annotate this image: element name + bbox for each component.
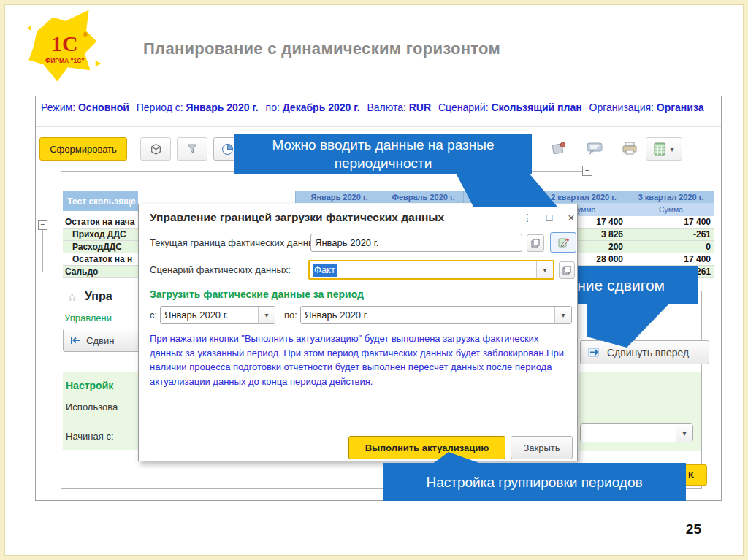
generate-button[interactable]: Сформировать <box>39 137 127 161</box>
background-form-section: Управлени <box>64 312 112 323</box>
param-scenario[interactable]: Сценарий: Скользящий план <box>438 101 582 113</box>
svg-text:®: ® <box>83 31 88 38</box>
comment-icon[interactable] <box>584 140 605 156</box>
maximize-icon[interactable]: □ <box>542 212 557 223</box>
star-icon[interactable]: ☆ <box>67 291 77 304</box>
table-cell[interactable]: 17 400 <box>627 216 714 229</box>
background-form-title: Упра <box>85 290 112 303</box>
param-currency[interactable]: Валюта: RUR <box>367 101 431 113</box>
table-cell[interactable]: -261 <box>627 229 714 241</box>
dialog-note: При нажатии кнопки "Выполнить актуализац… <box>150 331 572 388</box>
scenario-label: Сценарий фактических данных: <box>150 264 291 275</box>
callout-grouping: Настройка группировки периодов <box>383 463 686 501</box>
param-mode[interactable]: Режим: Основной <box>41 101 129 113</box>
shift-back-button[interactable]: Сдвин <box>63 329 145 352</box>
callout-grouping-nub <box>428 450 486 465</box>
column-header-q3: 3 квартал 2020 г. <box>627 191 714 203</box>
to-period-select[interactable]: Январь 2020 г. ▾ <box>300 306 572 324</box>
edit-button[interactable] <box>550 232 576 253</box>
current-border-label: Текущая граница фактических данных: <box>150 237 322 248</box>
param-organization[interactable]: Организация: Организа <box>589 101 704 113</box>
chevron-down-icon[interactable]: ▾ <box>554 307 571 323</box>
dialog-close-button[interactable]: Закрыть <box>511 436 573 459</box>
load-period-heading: Загрузить фактические данные за период <box>150 288 364 300</box>
open-link-icon[interactable] <box>527 234 544 252</box>
cube-icon[interactable] <box>140 137 171 161</box>
callout-periodicity-arrow <box>450 172 563 209</box>
report-params-bar[interactable]: Режим: Основной Период с: Январь 2020 г.… <box>41 101 717 118</box>
chevron-down-icon[interactable]: ▾ <box>258 307 275 323</box>
svg-text:ФИРМА "1С": ФИРМА "1С" <box>45 57 84 64</box>
slide: 1С ® ФИРМА "1С" Планирование с динамичес… <box>0 0 748 560</box>
close-icon[interactable]: × <box>564 212 579 225</box>
filter-icon[interactable] <box>177 137 207 161</box>
stamp-icon[interactable] <box>549 140 568 156</box>
open-link-icon[interactable] <box>559 261 575 279</box>
calculator-icon <box>654 142 665 156</box>
table-group-header: Тест скользяще <box>63 191 138 211</box>
chevron-down-icon[interactable]: ▾ <box>536 261 553 278</box>
starting-from-label: Начиная с: <box>66 431 114 442</box>
column-collapse-box[interactable]: − <box>582 166 592 176</box>
row-group-vline <box>42 230 43 272</box>
table-row-label[interactable]: Сальдо <box>63 266 138 278</box>
callout-shift-arrow <box>581 302 673 350</box>
table-row-label[interactable]: Осататок на н <box>63 253 138 266</box>
left-divider <box>61 165 61 488</box>
header-separator <box>36 126 721 127</box>
row-group-hline <box>42 272 61 272</box>
to-label: по: <box>284 310 297 321</box>
calculator-button[interactable]: ▾ <box>646 137 682 161</box>
1c-logo: 1С ® ФИРМА "1С" <box>23 9 101 85</box>
column-header-jan: Январь 2020 г. <box>295 191 383 203</box>
edit-pencil-icon <box>557 237 569 248</box>
table-row-label[interactable]: Приход ДДС <box>63 229 138 241</box>
arrow-left-icon <box>69 335 81 345</box>
chevron-down-icon: ▾ <box>670 145 673 153</box>
current-border-input[interactable]: Январь 2020 г. <box>310 234 522 252</box>
table-row-label[interactable]: РасходДДС <box>63 241 138 253</box>
page-title: Планирование с динамическим горизонтом <box>143 39 500 58</box>
scenario-combo[interactable]: Факт ▾ <box>308 260 554 280</box>
param-period-from[interactable]: Период с: Январь 2020 г. <box>137 101 259 113</box>
callout-periodicity-text: Можно вводить данные на разные периодичн… <box>234 134 532 174</box>
from-period-select[interactable]: Январь 2020 г. ▾ <box>160 306 275 324</box>
dialog-title: Управление границей загрузки фактических… <box>150 211 444 224</box>
page-number: 25 <box>657 521 701 537</box>
settings-heading: Настройк <box>66 380 113 391</box>
param-period-to[interactable]: по: Декабрь 2020 г. <box>266 101 360 113</box>
more-menu-icon[interactable]: ⋮ <box>520 212 535 223</box>
scenario-value: Факт <box>313 264 337 277</box>
printer-icon[interactable] <box>619 140 640 156</box>
table-cell[interactable]: 17 400 <box>627 253 714 266</box>
chevron-down-icon[interactable]: ▾ <box>676 424 692 442</box>
svg-text:1С: 1С <box>51 31 78 55</box>
from-label: с: <box>150 310 157 321</box>
grouping-select[interactable]: ▾ <box>580 423 693 442</box>
callout-periodicity: Можно вводить данные на разные периодичн… <box>234 134 532 174</box>
row-collapse-box[interactable]: − <box>38 220 47 230</box>
callout-grouping-text: Настройка группировки периодов <box>383 463 686 501</box>
form-right-line <box>701 291 702 488</box>
table-row-label[interactable]: Остаток на нача <box>63 216 138 229</box>
use-label: Использова <box>66 402 118 413</box>
table-cell[interactable]: 0 <box>627 241 714 253</box>
dialog-actual-data-border: Управление границей загрузки фактических… <box>138 204 578 461</box>
sum-subheader-q3: Сумма <box>627 203 714 216</box>
